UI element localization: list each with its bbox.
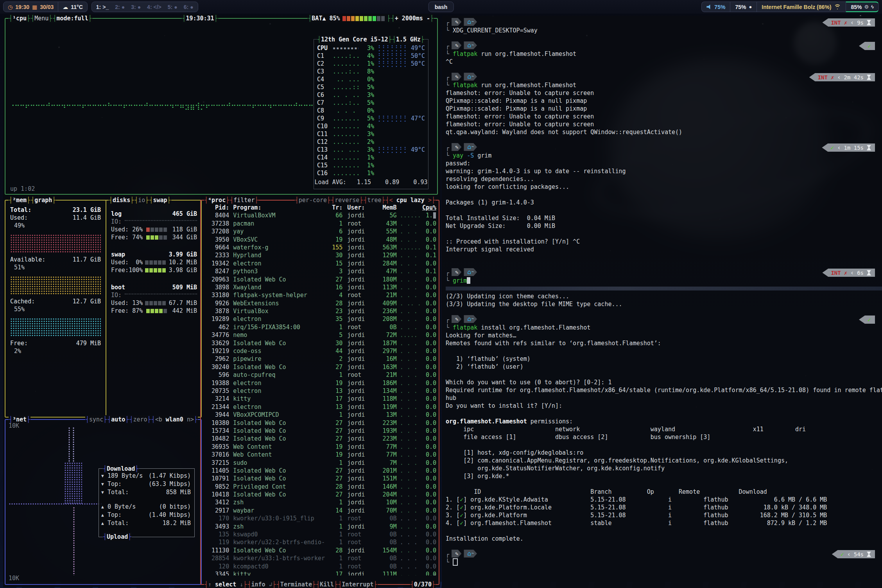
process-row[interactable]: 33180flatpak-system-helper4root21M. . . … <box>204 291 436 299</box>
process-row[interactable]: 10418Isolated Web Co27jordi204M. . . .0.… <box>204 491 436 498</box>
net-interface-selector[interactable]: ┤<b wlan0 n>├ <box>151 415 198 424</box>
scroll-down-icon[interactable]: ↓ <box>433 570 436 575</box>
process-mem: 409M <box>375 299 396 307</box>
cpu-box-title[interactable]: ┤¹cpu├ <box>9 14 30 23</box>
process-row[interactable]: 30240Isolated Web Co27jordi163M. . . .0.… <box>204 363 436 371</box>
disks-io-tab[interactable]: ┤io├ <box>134 196 149 204</box>
process-row[interactable]: 3950VBoxSVC19jordi48M. . . .0.0 <box>204 236 436 244</box>
process-row[interactable]: 10482Isolated Web Co27jordi223M. . . .0.… <box>204 435 436 443</box>
process-row[interactable]: 9852Privileged Cont28jordi146M. . . .0.0 <box>204 483 436 491</box>
process-row[interactable]: 19289electron35jordi208M. . . .0.0 <box>204 315 436 323</box>
process-row[interactable]: 20735electron13jordi134M. . . .0.0 <box>204 387 436 395</box>
process-row[interactable]: 10380Isolated Web Co27jordi223M. . . .0.… <box>204 419 436 427</box>
process-row[interactable]: 36935Web Content19jordi77M. . . .0.0 <box>204 443 436 451</box>
volume-module[interactable]: 75% <box>701 2 730 12</box>
process-row[interactable]: 2333Hyprland30jordi129M. . . .0.1 <box>204 251 436 259</box>
process-row[interactable]: 3214kitty17jordi118M. . . .0.0 <box>204 395 436 403</box>
process-row[interactable]: 33629Isolated Web Co30jordi187M. . . .0.… <box>204 339 436 347</box>
process-row[interactable]: 37016Web Content19jordi77M. . . .0.0 <box>204 451 436 459</box>
process-row[interactable]: 37208yay6jordi55M. . . .0.0 <box>204 228 436 235</box>
shell-terminal[interactable]: ┌✎⌂~INT✗‹9s└ XDG_CURRENT_DESKTOP=Sway ┌✎… <box>442 16 882 588</box>
process-row[interactable]: 3878VirtualBox23jordi236M. . . .0.0 <box>204 307 436 315</box>
proc-sort-selector[interactable]: ┤< cpu lazy >├ <box>385 196 436 204</box>
process-row[interactable]: 8247python33jordi47M. . . .0.1 <box>204 267 436 275</box>
proc-option-reverse[interactable]: ┤reverse├ <box>331 196 363 204</box>
workspace-button-3[interactable]: 3:● <box>131 4 141 10</box>
proc-box-title[interactable]: ┤⁴proc├ <box>204 196 229 204</box>
process-row[interactable]: 3898Xwayland16jordi113M. . . .0.0 <box>204 283 436 291</box>
process-row[interactable]: 19219code-oss44jordi297M. . . .0.0 <box>204 347 436 355</box>
column-pid[interactable]: Pid: <box>204 204 229 212</box>
update-interval[interactable]: ┤+ 2000ms -├ <box>391 14 434 23</box>
process-name: Isolated Web Co <box>229 435 328 443</box>
process-row[interactable]: 3412zsh1jordi10M. . . .0.0 <box>204 498 436 506</box>
process-user: jordi <box>342 347 375 355</box>
net-sync-toggle[interactable]: ┤sync├ <box>85 415 107 424</box>
column-mem[interactable]: MemB <box>375 204 396 212</box>
process-pid: 3898 <box>204 283 229 291</box>
process-row[interactable]: 11405Isolated Web Co27jordi201M. . . .0.… <box>204 467 436 475</box>
net-zero-toggle[interactable]: ┤zero├ <box>129 415 151 424</box>
process-row[interactable]: 462irq/156-PIXA3854:001root0B. . . .0.0 <box>204 323 436 331</box>
process-row[interactable]: 596auto-cpufreq1root21M. . . .0.0 <box>204 371 436 379</box>
process-row[interactable]: 120kcompactd01root0B. . . .0.0 <box>204 563 436 570</box>
process-row[interactable]: 20963Isolated Web Co27jordi180M. . . .0.… <box>204 276 436 283</box>
process-row[interactable]: 37215sudo1jordi7M. . . .0.0 <box>204 459 436 467</box>
process-row[interactable]: 3345kitty17jordi111M. . . .0.0↓ <box>204 570 436 575</box>
workspace-button-6[interactable]: 6:● <box>184 4 194 10</box>
net-auto-toggle[interactable]: ┤auto├ <box>107 415 129 424</box>
process-row[interactable]: 2962pipewire2jordi16M. . . .0.0 <box>204 355 436 363</box>
clock-module[interactable]: ◷ 19:30 ▦ 30/03 ☁ 11°C <box>3 2 88 12</box>
cpu-meter: ▪▪▪▪▪▪▪▪▪▪ <box>333 45 359 51</box>
process-name: kcompactd0 <box>229 563 328 570</box>
brightness-module[interactable]: 75% ● <box>730 2 757 12</box>
process-row[interactable]: 2917waybar14jordi70M. . . .0.0 <box>204 507 436 514</box>
workspace-button-1[interactable]: 1:>_ <box>96 4 109 10</box>
process-row[interactable]: 9926WebExtensions28jordi409M. .. .0.0 <box>204 299 436 307</box>
process-row[interactable]: 170kworker/u33:0-i915_flip1root0B. . . .… <box>204 514 436 522</box>
network-module[interactable]: Internet Famille Bolz (86%) <box>757 2 846 12</box>
process-row[interactable]: 28854kworker/u33:1-btrfs-worker1root0B. … <box>204 554 436 562</box>
proc-kill-button[interactable]: ┤Kill├ <box>316 580 338 588</box>
text-cursor[interactable] <box>453 558 458 566</box>
process-row[interactable]: 3944VBoxXPCOMIPCD1jordi13M. . . .0.0 <box>204 411 436 419</box>
process-row[interactable]: 10791Isolated Web Co27jordi151M. . . .0.… <box>204 475 436 482</box>
proc-option-per-core[interactable]: ┤per-core├ <box>295 196 331 204</box>
proc-interrupt-button[interactable]: ┤Interrupt├ <box>338 580 377 588</box>
scrollbar-thumb[interactable] <box>433 212 436 219</box>
proc-terminate-button[interactable]: ┤Terminate├ <box>276 580 316 588</box>
process-row[interactable]: 11130Isolated Web Co28jordi154M. . . .0.… <box>204 547 436 554</box>
process-threads: 17 <box>328 570 342 575</box>
workspace-button-2[interactable]: 2:● <box>115 4 125 10</box>
scroll-up-icon[interactable]: ↑ <box>433 204 436 212</box>
process-row[interactable]: 3493zsh1jordi9M. . . .0.0 <box>204 523 436 531</box>
process-row[interactable]: 8404VirtualBoxVM66jordi5G.........1.7 <box>204 212 436 219</box>
process-row[interactable]: 9664waterfox-g155jordi563M......0.1 <box>204 244 436 251</box>
proc-select-control[interactable]: ┤↑ select ↓├ <box>204 580 247 588</box>
process-row[interactable]: 34776nemo5jordi72M.....0.0 <box>204 331 436 339</box>
disks-swap-tab[interactable]: ┤swap├ <box>149 196 171 204</box>
workspace-button-4[interactable]: 4:</> <box>147 4 161 10</box>
proc-info-button[interactable]: ┤info ↲├ <box>247 580 276 588</box>
process-row[interactable]: 135kswapd01root0B. . . .0.0 <box>204 531 436 538</box>
output-segment: ✓ <box>460 512 463 519</box>
process-row[interactable]: 19388electron19jordi186M. . . .0.0 <box>204 379 436 387</box>
disks-title[interactable]: ┤disks├ <box>109 196 134 204</box>
column-user[interactable]: User: <box>342 204 375 212</box>
column-program[interactable]: Program: <box>229 204 328 212</box>
process-row[interactable]: 37238pacman1root43M. . . .0.0 <box>204 220 436 228</box>
menu-button[interactable]: ┤Menu├ <box>30 14 52 23</box>
mode-toggle[interactable]: ┤mode:full├ <box>52 14 92 23</box>
proc-option-tree[interactable]: ┤tree├ <box>363 196 385 204</box>
mem-box-title[interactable]: ┤²mem├ <box>9 196 30 204</box>
column-threads[interactable]: Tr: <box>328 204 342 212</box>
process-row[interactable]: 119kworker/u32:2-btrfs-endio-1root0B. . … <box>204 538 436 546</box>
workspace-button-5[interactable]: 5:● <box>168 4 177 10</box>
process-row[interactable]: 15734Isolated Web Co27jordi193M. . . .0.… <box>204 427 436 435</box>
process-row[interactable]: 19342electron15jordi284M. . . .0.0 <box>204 260 436 267</box>
process-user: jordi <box>342 451 375 459</box>
process-row[interactable]: 21344electron13jordi119M. . . .0.0 <box>204 403 436 411</box>
battery-module[interactable]: 85% ⚙ ϟ <box>846 2 879 12</box>
proc-filter-button[interactable]: ┤filter├ <box>229 196 258 204</box>
mem-graph-tab[interactable]: ┤graph├ <box>30 196 56 204</box>
